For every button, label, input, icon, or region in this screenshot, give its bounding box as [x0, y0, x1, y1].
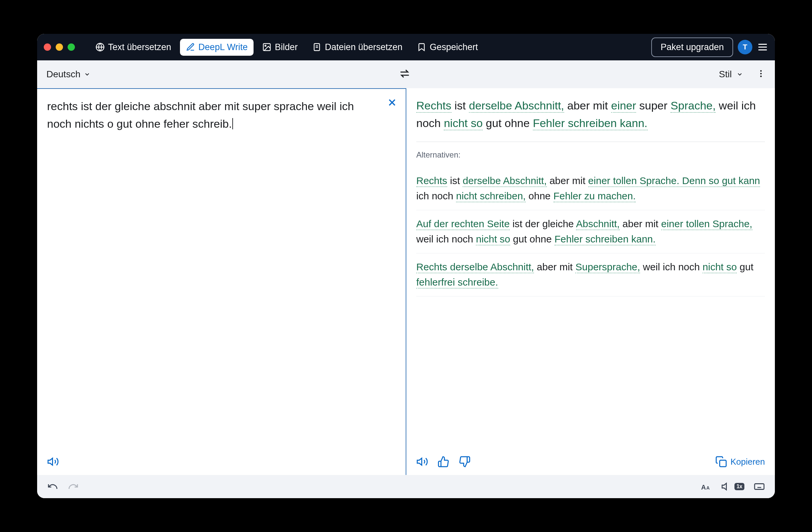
highlighted-segment[interactable]: einer [611, 99, 636, 113]
alternative-item[interactable]: Rechts derselbe Abschnitt, aber mit Supe… [416, 253, 765, 296]
swap-languages-button[interactable] [398, 67, 411, 81]
bookmark-icon [417, 42, 426, 52]
pencil-icon [186, 42, 195, 52]
tab-deepl-write[interactable]: DeepL Write [180, 39, 254, 56]
minimize-window-button[interactable] [56, 43, 63, 51]
highlighted-segment[interactable]: nicht so [476, 234, 510, 246]
play-audio-input-button[interactable] [47, 456, 59, 468]
highlighted-segment[interactable]: einer tollen Sprache. Denn so gut kann [588, 175, 760, 187]
highlighted-segment[interactable]: Fehler schreiben kann. [533, 117, 648, 130]
globe-icon [96, 42, 105, 52]
highlighted-segment[interactable]: nicht so [702, 261, 737, 273]
text-segment: aber mit [564, 99, 611, 112]
thumbs-down-button[interactable] [459, 456, 470, 468]
copy-icon [715, 456, 727, 468]
alternative-item[interactable]: Auf der rechten Seite ist der gleiche Ab… [416, 210, 765, 253]
highlighted-segment[interactable]: Rechts [416, 99, 451, 113]
tab-text-translate[interactable]: Text übersetzen [89, 39, 177, 56]
highlighted-segment[interactable]: derselbe Abschnitt, [463, 175, 547, 187]
highlighted-segment[interactable]: Rechts [416, 175, 447, 187]
text-segment: weil ich noch [640, 261, 702, 272]
highlighted-segment[interactable]: fehlerfrei schreibe. [416, 277, 498, 289]
output-pane: Rechts ist derselbe Abschnitt, aber mit … [406, 88, 775, 475]
maximize-window-button[interactable] [68, 43, 75, 51]
play-audio-output-button[interactable] [416, 456, 428, 468]
tab-images[interactable]: Bilder [256, 39, 304, 56]
tab-saved[interactable]: Gespeichert [411, 39, 484, 56]
text-segment: ist [451, 99, 469, 112]
chevron-down-icon [737, 71, 743, 78]
keyboard-button[interactable] [754, 481, 765, 492]
divider [416, 142, 765, 142]
bottom-bar: AA 1x [37, 475, 775, 498]
svg-marker-14 [48, 458, 53, 465]
alternatives-label: Alternativen: [416, 149, 765, 161]
swap-arrows-icon [398, 67, 411, 80]
text-segment: ohne [526, 191, 553, 201]
svg-rect-16 [720, 460, 726, 467]
redo-button[interactable] [68, 481, 79, 492]
text-segment: aber mit [534, 261, 575, 272]
source-language-select[interactable]: Deutsch [46, 69, 90, 80]
hamburger-icon [757, 41, 768, 53]
playback-speed-button[interactable]: 1x [721, 481, 744, 492]
tab-label: Dateien übersetzen [325, 42, 402, 52]
copy-button[interactable]: Kopieren [715, 456, 765, 468]
highlighted-segment[interactable]: derselbe Abschnitt, [469, 99, 564, 113]
highlighted-segment[interactable]: Abschnitt, [576, 218, 620, 230]
text-segment: gut ohne [482, 117, 533, 129]
traffic-lights [44, 43, 75, 51]
svg-marker-15 [417, 458, 422, 465]
avatar[interactable]: T [738, 40, 752, 54]
svg-point-9 [760, 70, 762, 72]
tab-label: DeepL Write [199, 42, 248, 52]
svg-text:A: A [701, 484, 706, 491]
svg-point-10 [760, 73, 762, 75]
app-window: Text übersetzen DeepL Write Bilder Datei… [37, 34, 775, 498]
tab-label: Gespeichert [430, 42, 478, 52]
upgrade-button[interactable]: Paket upgraden [651, 38, 733, 57]
svg-point-11 [760, 75, 762, 77]
highlighted-segment[interactable]: einer tollen Sprache, [661, 218, 752, 230]
svg-point-2 [265, 45, 266, 46]
input-footer [37, 448, 406, 475]
highlighted-segment[interactable]: Fehler zu machen. [553, 191, 636, 202]
image-icon [262, 42, 272, 52]
input-pane: rechts ist der gleiche abschnit aber mit… [37, 88, 406, 475]
highlighted-segment[interactable]: Supersprache, [575, 261, 640, 273]
style-select[interactable]: Stil [719, 69, 743, 80]
thumbs-down-icon [459, 456, 470, 468]
speaker-icon [47, 456, 59, 468]
output-main-text[interactable]: Rechts ist derselbe Abschnitt, aber mit … [416, 97, 765, 132]
highlighted-segment[interactable]: Rechts derselbe Abschnitt, [416, 261, 534, 273]
clear-input-button[interactable] [387, 97, 398, 110]
nav-tabs: Text übersetzen DeepL Write Bilder Datei… [89, 39, 484, 56]
highlighted-segment[interactable]: Sprache, [670, 99, 715, 113]
alternative-item[interactable]: Rechts ist derselbe Abschnitt, aber mit … [416, 167, 765, 210]
menu-button[interactable] [757, 41, 768, 53]
more-options-button[interactable] [756, 69, 766, 80]
document-icon [312, 42, 321, 52]
highlighted-segment[interactable]: nicht schreiben, [456, 191, 526, 202]
svg-marker-19 [722, 483, 726, 490]
font-size-button[interactable]: AA [701, 481, 712, 492]
text-segment: gut [737, 261, 753, 272]
speaker-small-icon [721, 481, 733, 492]
main-split: rechts ist der gleiche abschnit aber mit… [37, 88, 775, 475]
highlighted-segment[interactable]: nicht so [444, 117, 482, 130]
highlighted-segment[interactable]: Fehler schreiben kann. [554, 234, 655, 246]
svg-rect-20 [755, 484, 764, 490]
speaker-icon [416, 456, 428, 468]
chevron-down-icon [84, 71, 90, 78]
text-segment: aber mit [547, 175, 588, 186]
vertical-dots-icon [756, 69, 766, 78]
undo-button[interactable] [47, 481, 58, 492]
output-footer: Kopieren [406, 448, 775, 475]
thumbs-up-button[interactable] [437, 456, 449, 468]
tab-label: Bilder [275, 42, 298, 52]
highlighted-segment[interactable]: Auf der rechten Seite [416, 218, 510, 230]
close-window-button[interactable] [44, 43, 51, 51]
input-textarea[interactable]: rechts ist der gleiche abschnit aber mit… [37, 89, 406, 448]
tab-files[interactable]: Dateien übersetzen [306, 39, 408, 56]
font-size-icon: AA [701, 481, 712, 492]
